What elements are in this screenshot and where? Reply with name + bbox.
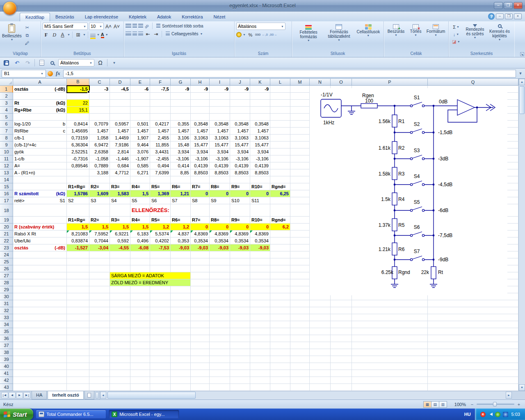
cell-L41[interactable] [270,370,290,377]
cell-E19[interactable]: R4= [130,217,150,224]
cell-K27[interactable] [250,272,270,279]
page-break-view-button[interactable]: ▥ [439,401,447,408]
underline-button[interactable]: A [59,31,66,38]
row-header-38[interactable]: 38 [0,349,13,356]
cell-I17[interactable]: S9 [210,197,230,204]
cell-L15[interactable]: Rgnd= [270,183,290,190]
col-header-M[interactable]: M [290,79,310,86]
cell-M6[interactable] [290,121,310,128]
cell-D21[interactable]: 6,9221 [110,231,130,237]
start-button[interactable]: Start [0,409,33,420]
cell-C9[interactable]: 6,9472 [89,142,110,148]
cell-D34[interactable] [110,321,130,328]
row-header-14[interactable]: 14 [0,176,13,183]
sort-filter-button[interactable]: Rendezés és szűrés ▼ [463,23,487,51]
cell-E12[interactable]: 0,585 [130,162,150,169]
row-header-19[interactable]: 19 [0,217,13,224]
cell-N36[interactable] [310,335,331,342]
cell-B32[interactable] [67,307,89,314]
cell-J27[interactable] [230,272,250,279]
cell-J17[interactable]: S10 [230,197,250,204]
select-all-corner[interactable] [0,79,13,86]
cell-O31[interactable] [331,300,352,307]
cell-K38[interactable] [250,349,270,356]
cell-K13[interactable]: 8,8503 [250,169,270,176]
align-right-icon[interactable] [138,32,143,36]
cell-B39[interactable] [67,356,89,363]
cell-K16[interactable]: 0 [250,190,270,197]
cell-F25[interactable] [150,258,171,265]
cell-G40[interactable] [171,363,191,370]
cell-D33[interactable] [110,314,130,321]
cell-K17[interactable]: S11 [250,197,270,204]
cell-F29[interactable] [150,286,171,293]
cell-J20[interactable]: 0 [230,224,250,231]
cell-B28[interactable] [67,279,89,286]
cell-E38[interactable] [130,349,150,356]
cell-B31[interactable] [67,300,89,307]
cell-C19[interactable]: R2= [89,217,110,224]
cell-O33[interactable] [331,314,352,321]
cell-L25[interactable] [270,258,290,265]
cell-L29[interactable] [270,286,290,293]
cell-E9[interactable]: 9,464 [130,142,150,148]
cell-N35[interactable] [310,328,331,335]
cell-F31[interactable] [150,300,171,307]
row-header-27[interactable]: 27 [0,272,13,279]
cell-E14[interactable] [130,176,150,183]
cell-K12[interactable]: 0,4139 [250,162,270,169]
cell-G17[interactable]: S7 [171,197,191,204]
cell-E21[interactable]: 6,183 [130,231,150,237]
cell-F14[interactable] [150,176,171,183]
normal-view-button[interactable]: ▦ [423,401,431,408]
cell-I26[interactable] [210,265,230,272]
cell-M9[interactable] [290,142,310,148]
cell-E10[interactable]: 3,076 [130,148,150,155]
wrap-text-button[interactable]: Sortöréssel több sorba [155,23,205,29]
tray-status-icon[interactable] [495,412,500,417]
font-name-select[interactable]: MS Sans Serif▼ [43,23,88,30]
cell-C22[interactable]: 0,7044 [89,237,110,244]
cell-G3[interactable] [171,100,191,107]
merge-center-button[interactable]: Cellaegyesítés ▼ [164,31,205,37]
cell-H38[interactable] [191,349,210,356]
cell-A13[interactable]: A - (R1+n) [13,169,67,176]
cell-E6[interactable]: 0,501 [130,121,150,128]
row-header-4[interactable]: 4 [0,107,13,114]
cell-I40[interactable] [210,363,230,370]
scroll-left-button[interactable]: ◄ [100,392,106,399]
cell-F33[interactable] [150,314,171,321]
zoom-tool-button[interactable] [48,59,57,67]
cell-C39[interactable] [89,356,110,363]
cell-F4[interactable] [150,107,171,114]
cell-M24[interactable] [290,251,310,258]
cell-O35[interactable] [331,328,352,335]
cell-B42[interactable] [67,377,89,384]
office-button[interactable] [3,1,17,15]
cell-O38[interactable] [331,349,352,356]
cell-K1[interactable]: -9 [250,86,270,93]
cell-M34[interactable] [290,321,310,328]
cell-C32[interactable] [89,307,110,314]
cell-J22[interactable]: 0,3534 [230,237,250,244]
row-header-10[interactable]: 10 [0,148,13,155]
cell-Q36[interactable] [428,335,518,342]
cell-H30[interactable] [191,293,210,300]
cell-J21[interactable]: 4,8369 [230,231,250,237]
cell-H12[interactable]: 0,4139 [191,162,210,169]
cell-A6[interactable]: log-1/20b [13,121,67,128]
cell-I24[interactable] [210,251,230,258]
align-bottom-icon[interactable] [138,24,143,28]
cell-D23[interactable]: -4,55 [110,244,130,251]
cell-J18[interactable] [230,204,250,217]
cell-D10[interactable]: 2,814 [110,148,130,155]
cell-E15[interactable]: R4= [130,183,150,190]
cell-M41[interactable] [290,370,310,377]
cell-M4[interactable] [290,107,310,114]
cell-E25[interactable] [130,258,150,265]
cell-L13[interactable] [270,169,290,176]
cell-H8[interactable]: 3,1063 [191,135,210,142]
cell-G7[interactable]: 1,457 [171,128,191,135]
cell-Q41[interactable] [428,370,518,377]
workbook-minimize-button[interactable]: – [496,14,504,19]
